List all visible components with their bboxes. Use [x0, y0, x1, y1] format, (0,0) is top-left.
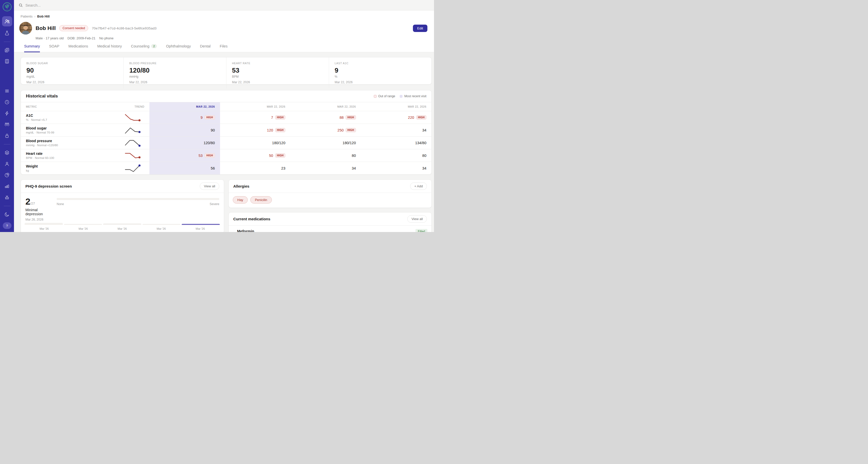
add-allergy-button[interactable]: + Add — [410, 183, 427, 190]
current-medications-card: Current medications View all Meformin 20… — [228, 212, 432, 232]
page-body: BLOOD SUGAR 90 mg/dL Mar 22, 2026 BLOOD … — [14, 52, 434, 232]
sidebar-divider — [4, 144, 10, 144]
patient-id: 70e7fb47-e7cd-4c86-bac3-5e6fce935ad3 — [92, 26, 157, 30]
menu-icon — [4, 88, 10, 94]
table-row-weight-metric: Weightkg — [21, 162, 117, 174]
latest-vitals-strip: BLOOD SUGAR 90 mg/dL Mar 22, 2026 BLOOD … — [21, 57, 432, 85]
tab-summary[interactable]: Summary — [24, 44, 40, 52]
high-badge: HIGH — [205, 115, 215, 120]
clock-icon — [4, 100, 10, 105]
medication-list-item: Meformin 20mg qd Give this to Bob Filled — [229, 226, 431, 232]
sidebar-item-quick-actions[interactable] — [4, 110, 10, 116]
high-badge: HIGH — [275, 128, 285, 132]
tab-medications[interactable]: Medications — [68, 44, 88, 52]
phq9-bar — [25, 223, 63, 225]
sidebar-item-lab[interactable] — [4, 30, 10, 36]
care-team-icon — [4, 122, 10, 127]
table-row-a1c-metric: A1C% · Normal <5.7 — [21, 111, 117, 124]
records-clipboard-icon — [4, 47, 10, 53]
medical-missions-logo[interactable] — [2, 2, 12, 12]
allergy-chip-hay[interactable]: Hay — [233, 196, 248, 204]
billing-calculator-icon — [4, 59, 10, 64]
pie-chart-icon — [4, 172, 10, 178]
tab-medical-history[interactable]: Medical history — [97, 44, 122, 52]
breadcrumb-separator: › — [34, 14, 35, 18]
sidebar-item-pie-analytics[interactable] — [4, 172, 10, 178]
breadcrumb: Patients›Bob Hill — [14, 10, 434, 18]
sidebar-item-care-team[interactable] — [4, 121, 10, 127]
medication-filled-badge: Filled — [415, 229, 427, 232]
blood-pressure-trend-sparkline — [117, 136, 149, 149]
sidebar-item-integrations[interactable] — [4, 150, 10, 156]
edit-patient-button[interactable]: Edit — [413, 25, 427, 32]
sidebar-item-menu[interactable] — [4, 88, 10, 94]
high-badge: HIGH — [416, 115, 426, 120]
allergy-chip-penicilin[interactable]: Penicilin — [250, 196, 272, 204]
sidebar-item-profile[interactable] — [4, 161, 10, 167]
patient-header: Patients›Bob Hill Bob Hill Consent nee — [14, 10, 434, 52]
moon-icon — [4, 212, 10, 217]
phq9-view-all-button[interactable]: View all — [200, 183, 219, 190]
patients-icon — [4, 19, 10, 24]
phq9-scale-min: None — [57, 202, 64, 206]
heart-rate-trend-sparkline — [117, 149, 149, 162]
phq9-bar — [103, 223, 141, 225]
phq9-card: PHQ-9 depression screen View all 2 /27 M… — [21, 179, 224, 232]
patient-phone: No phone — [99, 36, 113, 40]
allergies-card: Allergies + Add Hay Penicilin — [228, 179, 432, 208]
patient-tabs: Summary SOAP Medications Medical history… — [14, 40, 434, 52]
phq9-score: 2 — [25, 197, 30, 206]
main-area: Patients›Bob Hill Bob Hill Consent nee — [14, 0, 434, 232]
sidebar-item-patients[interactable] — [2, 16, 12, 26]
search-icon — [19, 3, 23, 7]
high-badge: HIGH — [275, 153, 285, 158]
search-input[interactable] — [25, 3, 178, 7]
phq9-severity: Minimal depression — [25, 208, 50, 216]
table-row-heart-rate-metric: Heart rateBPM · Normal 60-100 — [21, 149, 117, 162]
lightning-icon — [4, 111, 10, 116]
sidebar-item-history[interactable] — [4, 99, 10, 105]
help-button[interactable]: ? — [3, 222, 11, 229]
phq9-bar — [64, 224, 102, 225]
bar-chart-icon — [4, 184, 10, 189]
historical-vitals-table: METRIC TREND MAR 22, 2026 MAR 22, 2026 M… — [21, 102, 431, 174]
historical-vitals-card: Historical vitals Out of range Most rece… — [21, 90, 432, 175]
sidebar-item-privacy[interactable] — [4, 132, 10, 139]
table-row-blood-sugar-metric: Blood sugarmg/dL · Normal 70-99 — [21, 124, 117, 136]
a1c-trend-sparkline — [117, 111, 149, 124]
counseling-count-badge: 2 — [151, 44, 157, 48]
medications-view-all-button[interactable]: View all — [407, 215, 427, 223]
phq9-score-max: /27 — [30, 202, 35, 205]
medication-name: Meformin — [237, 229, 259, 232]
high-badge: HIGH — [346, 115, 356, 120]
sidebar-item-billing[interactable] — [4, 58, 10, 64]
patient-dob: DOB: 2009-Feb-21 — [68, 36, 96, 40]
global-search-bar — [14, 0, 434, 10]
lab-flask-icon — [4, 30, 10, 36]
out-of-range-swatch — [374, 95, 377, 98]
tab-files[interactable]: Files — [220, 44, 228, 52]
breadcrumb-patients-link[interactable]: Patients — [21, 14, 33, 18]
app-window: ? Patients›Bob Hill — [0, 0, 434, 232]
vitals-legend: Out of range Most recent visit — [374, 94, 426, 98]
tab-soap[interactable]: SOAP — [49, 44, 59, 52]
sidebar: ? — [0, 0, 14, 232]
tab-counseling[interactable]: Counseling2 — [131, 44, 157, 52]
blood-pressure-value: 120/80 — [129, 67, 221, 74]
weight-trend-sparkline — [117, 162, 149, 174]
phq9-history-chart: Mar '26 Mar '26 Mar '26 Mar '26 Mar '26 — [21, 222, 224, 232]
patient-meta: Male · 17 years old DOB: 2009-Feb-21 No … — [14, 35, 434, 40]
consent-needed-badge: Consent needed — [59, 25, 88, 31]
lock-icon — [4, 133, 10, 138]
tab-dental[interactable]: Dental — [200, 44, 211, 52]
vital-card-blood-pressure: BLOOD PRESSURE 120/80 mmHg Mar 22, 2026 — [123, 57, 226, 88]
medications-title: Current medications — [233, 217, 270, 221]
heart-rate-value: 53 — [232, 67, 323, 74]
layers-icon — [4, 150, 10, 155]
sidebar-item-dark-mode[interactable] — [4, 211, 10, 217]
breadcrumb-current: Bob Hill — [37, 14, 50, 18]
tab-ophthalmology[interactable]: Ophthalmology — [166, 44, 191, 52]
sidebar-item-records[interactable] — [4, 47, 10, 53]
sidebar-item-debug[interactable] — [4, 194, 10, 200]
sidebar-item-reports[interactable] — [4, 183, 10, 189]
